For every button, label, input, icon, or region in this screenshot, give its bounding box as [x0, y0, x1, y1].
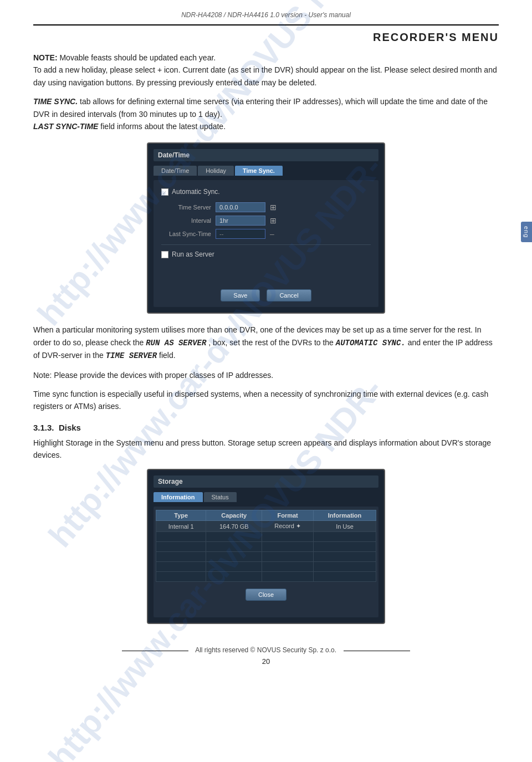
run-as-server-row: Run as Server [161, 250, 371, 258]
last-sync-dash: – [270, 229, 274, 238]
storage-panel: Storage Information Status Type Capacity… [147, 469, 385, 624]
time-server-row: Time Server ⊞ [161, 202, 371, 212]
row3-type [156, 542, 206, 552]
row5-type [156, 562, 206, 572]
timesync-panel: Date/Time Date/Time Holiday Time Sync. ✓… [147, 142, 385, 314]
time-sync-description: TIME SYNC. tab allows for defining exter… [33, 95, 499, 132]
storage-title: Storage [154, 475, 378, 488]
auto-sync-row: ✓ Automatic Sync. [161, 188, 371, 196]
interval-row: Interval ⊞ [161, 216, 371, 226]
row4-type [156, 552, 206, 562]
storage-table-wrapper: Type Capacity Format Information Interna… [156, 510, 376, 582]
auto-sync-text: AUTOMATIC SYNC. [336, 339, 406, 347]
tab-information[interactable]: Information [154, 492, 203, 502]
row2-information [314, 532, 376, 542]
page-number: 20 [33, 657, 499, 666]
section-title: RECORDER'S MENU [33, 31, 499, 44]
save-button[interactable]: Save [221, 289, 260, 301]
row5-capacity [206, 562, 262, 572]
cancel-button[interactable]: Cancel [267, 289, 311, 301]
panel-title: Date/Time [154, 149, 378, 161]
disks-heading: 3.1.3. Disks [33, 423, 499, 432]
storage-row-3 [156, 542, 376, 552]
row2-format [262, 532, 314, 542]
ip-note: Note: Please provide the devices with pr… [33, 369, 499, 381]
row4-format [262, 552, 314, 562]
row1-type: Internal 1 [156, 521, 206, 532]
last-sync-row: Last Sync-Time -- – [161, 229, 371, 239]
time-sync-text: tab allows for defining external time se… [33, 97, 488, 118]
p1d-text: field. [159, 351, 176, 360]
storage-table-head: Type Capacity Format Information [156, 510, 376, 521]
row4-capacity [206, 552, 262, 562]
storage-row-6 [156, 572, 376, 582]
run-as-server-text: RUN AS SERVER [146, 339, 206, 347]
footer-rule-left [122, 651, 188, 651]
row1-information: In Use [314, 521, 376, 532]
col-type: Type [156, 510, 206, 521]
interval-input[interactable] [216, 216, 265, 226]
last-sync-text: field informs about the latest update. [98, 122, 226, 131]
storage-header-row: Type Capacity Format Information [156, 510, 376, 521]
col-format: Format [262, 510, 314, 521]
panel-tabs: Date/Time Holiday Time Sync. [154, 166, 378, 176]
storage-row-2 [156, 532, 376, 542]
auto-sync-checkbox[interactable]: ✓ [161, 188, 168, 196]
row2-type [156, 532, 206, 542]
page-footer: All rights reserved © NOVUS Security Sp.… [33, 641, 499, 654]
row4-information [314, 552, 376, 562]
time-server-label: Time Server [161, 204, 211, 211]
row6-information [314, 572, 376, 582]
last-sync-time-label: Last Sync-Time [161, 231, 211, 237]
panel-content: ✓ Automatic Sync. Time Server ⊞ Interval… [154, 180, 378, 307]
note-label: NOTE: [33, 53, 58, 62]
row3-capacity [206, 542, 262, 552]
note-block: NOTE: Movable feasts should be updated e… [33, 52, 499, 89]
timesync-note: Time sync function is especially useful … [33, 388, 499, 413]
storage-tabs: Information Status [154, 492, 378, 502]
row2-capacity [206, 532, 262, 542]
eng-language-tab: eng [521, 222, 532, 242]
storage-row-5 [156, 562, 376, 572]
disks-text: Highlight Storage in the System menu and… [33, 437, 499, 462]
storage-table-body: Internal 1 164.70 GB Record ✦ In Use [156, 521, 376, 582]
monitoring-paragraph: When a particular monitoring system util… [33, 324, 499, 362]
panel-buttons: Save Cancel [161, 289, 371, 301]
storage-row-1: Internal 1 164.70 GB Record ✦ In Use [156, 521, 376, 532]
footer-copyright: All rights reserved © NOVUS Security Sp.… [195, 646, 336, 654]
disks-title: Disks [59, 423, 81, 432]
interval-stepper[interactable]: ⊞ [270, 216, 277, 225]
time-sync-label: TIME SYNC. [33, 97, 78, 106]
page-header: NDR-HA4208 / NDR-HA4416 1.0 version - Us… [33, 11, 499, 19]
p1b-text: , box, set the rest of the DVRs to the [208, 338, 334, 347]
time-server-stepper[interactable]: ⊞ [270, 203, 277, 212]
row1-capacity: 164.70 GB [206, 521, 262, 532]
note-text2: To add a new holiday, please select + ic… [33, 65, 497, 86]
row6-format [262, 572, 314, 582]
row5-format [262, 562, 314, 572]
col-information: Information [314, 510, 376, 521]
storage-buttons: Close [156, 589, 376, 601]
top-rule [33, 24, 499, 25]
row6-type [156, 572, 206, 582]
row3-information [314, 542, 376, 552]
time-server-text: TIME SERVER [106, 351, 157, 360]
last-sync-value: -- [216, 229, 265, 239]
last-sync-label: LAST SYNC-TIME [33, 122, 98, 131]
tab-datetime[interactable]: Date/Time [154, 166, 197, 176]
tab-timesync[interactable]: Time Sync. [235, 166, 283, 176]
auto-sync-label: Automatic Sync. [172, 188, 220, 196]
tab-status[interactable]: Status [204, 492, 237, 502]
separator [161, 244, 371, 245]
time-server-input[interactable] [216, 202, 265, 212]
interval-label: Interval [161, 217, 211, 224]
tab-holiday[interactable]: Holiday [198, 166, 234, 176]
footer-rule-right [344, 651, 410, 651]
run-as-server-label: Run as Server [172, 250, 214, 258]
run-as-server-checkbox[interactable] [161, 251, 168, 258]
row6-capacity [206, 572, 262, 582]
storage-table: Type Capacity Format Information Interna… [156, 510, 376, 582]
row5-information [314, 562, 376, 572]
close-button[interactable]: Close [245, 589, 287, 601]
col-capacity: Capacity [206, 510, 262, 521]
